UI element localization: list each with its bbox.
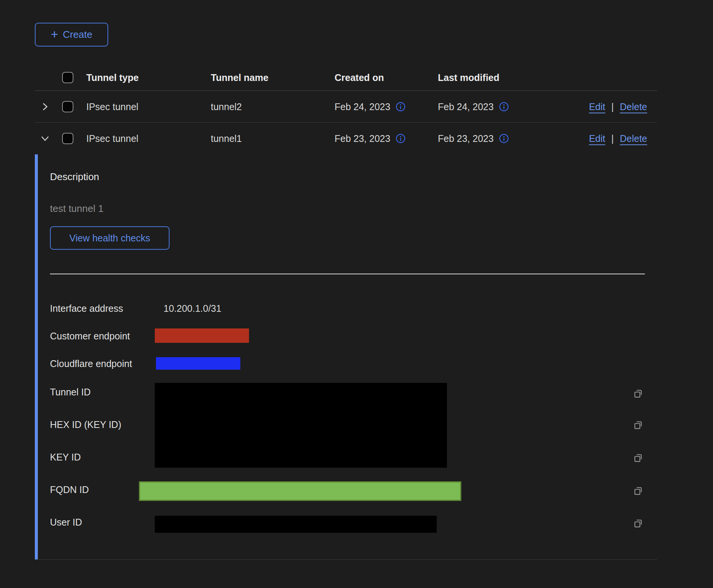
header-created-on: Created on [335,72,384,83]
created-on-cell: Feb 24, 2023 [335,101,390,112]
create-button-label: Create [63,29,92,40]
copy-hex-id-button[interactable] [632,419,644,431]
delete-link[interactable]: Delete [620,101,647,112]
delete-link[interactable]: Delete [620,133,647,144]
cloudflare-endpoint-redaction [156,357,240,370]
last-modified-cell: Feb 24, 2023 [438,101,493,112]
description-label: Description [50,170,99,183]
select-all-checkbox[interactable] [62,72,73,83]
tunnels-page: + Create Tunnel type Tunnel name Created… [0,0,713,588]
copy-key-id-button[interactable] [632,452,644,464]
table-row-tunnel2: IPsec tunnel tunnel2 Feb 24, 2023 Feb 24… [35,91,657,123]
copy-tunnel-id-button[interactable] [632,387,644,400]
hex-id-label: HEX ID (KEY ID) [50,418,121,431]
user-id-label: User ID [50,516,82,529]
table-header-row: Tunnel type Tunnel name Created on Last … [35,64,657,91]
tunnel-id-label: Tunnel ID [50,386,90,398]
info-icon[interactable] [499,101,509,112]
interface-address-value: 10.200.1.0/31 [163,302,221,315]
fqdn-id-label: FQDN ID [50,483,89,496]
interface-address-label: Interface address [50,302,123,315]
header-last-modified: Last modified [438,72,500,83]
create-button[interactable]: + Create [35,23,108,47]
user-id-redaction [155,516,437,533]
header-tunnel-name: Tunnel name [211,72,268,83]
tunnel-type-cell: IPsec tunnel [86,133,139,144]
ids-redaction-block [155,383,447,468]
row-checkbox[interactable] [62,133,73,144]
chevron-right-icon[interactable] [39,101,51,112]
key-id-label: KEY ID [50,451,81,464]
created-on-cell: Feb 23, 2023 [335,133,390,144]
header-tunnel-type: Tunnel type [86,72,139,83]
customer-endpoint-label: Customer endpoint [50,330,130,342]
action-separator: | [611,101,614,112]
description-value: test tunnel 1 [50,202,104,215]
customer-endpoint-redaction [155,328,249,343]
action-separator: | [611,133,614,144]
copy-fqdn-id-button[interactable] [632,485,644,497]
fqdn-id-redaction [139,481,461,501]
tunnel-details-panel: Description test tunnel 1 View health ch… [35,154,657,560]
edit-link[interactable]: Edit [589,133,605,144]
table-row-tunnel1: IPsec tunnel tunnel1 Feb 23, 2023 Feb 23… [35,123,657,154]
tunnel-type-cell: IPsec tunnel [86,101,139,112]
tunnel-name-cell: tunnel1 [211,133,242,144]
edit-link[interactable]: Edit [589,101,605,112]
info-icon[interactable] [395,101,406,112]
view-health-checks-button[interactable]: View health checks [50,226,170,250]
last-modified-cell: Feb 23, 2023 [438,133,493,144]
copy-user-id-button[interactable] [632,517,644,529]
section-divider [50,274,645,274]
row-checkbox[interactable] [62,101,73,112]
info-icon[interactable] [499,134,509,144]
plus-icon: + [51,28,58,40]
cloudflare-endpoint-label: Cloudflare endpoint [50,357,132,370]
chevron-down-icon[interactable] [39,133,51,144]
tunnels-table: Tunnel type Tunnel name Created on Last … [35,64,657,560]
info-icon[interactable] [395,134,406,144]
tunnel-name-cell: tunnel2 [211,101,242,112]
